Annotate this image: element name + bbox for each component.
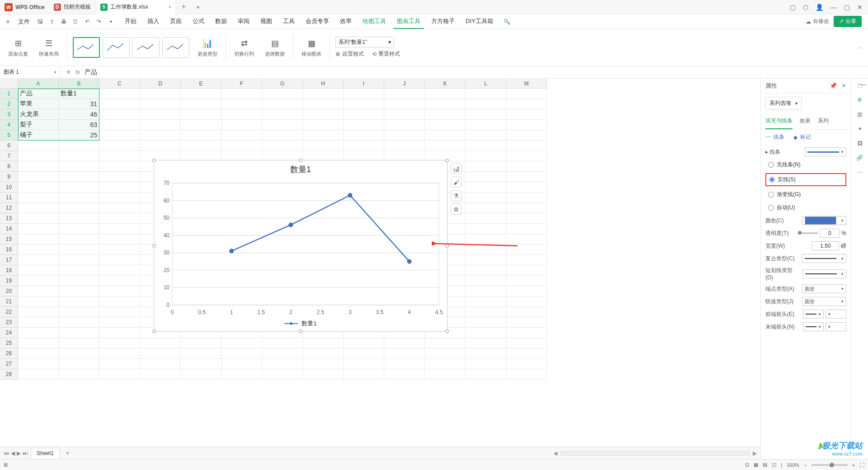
row-header[interactable]: 23 <box>0 317 18 328</box>
cell[interactable] <box>99 307 140 317</box>
cell[interactable] <box>99 161 140 172</box>
cell[interactable] <box>59 203 99 213</box>
ribbon-tab[interactable]: 数据 <box>212 14 231 29</box>
row-header[interactable]: 15 <box>0 234 18 244</box>
cell[interactable] <box>222 120 262 130</box>
cell[interactable] <box>466 286 506 296</box>
ribbon-tab[interactable]: 会员专享 <box>302 14 333 29</box>
cell[interactable] <box>303 89 344 99</box>
ribbon-tab[interactable]: 视图 <box>257 14 276 29</box>
cell[interactable] <box>262 109 303 120</box>
cell[interactable] <box>425 359 466 369</box>
cell[interactable] <box>59 328 99 338</box>
cell[interactable]: 产品 <box>18 89 59 99</box>
avatar-icon[interactable]: 👤 <box>816 4 823 11</box>
row-header[interactable]: 8 <box>0 161 18 172</box>
panel-series-dropdown[interactable]: 系列选项▾ <box>765 97 802 110</box>
cell[interactable] <box>466 234 506 244</box>
cell[interactable]: 火龙果 <box>18 109 59 120</box>
cell[interactable] <box>303 130 344 141</box>
arrow-end-type[interactable]: ▾ <box>803 322 824 331</box>
cell[interactable] <box>466 224 506 234</box>
side-effects-icon[interactable]: ✦ <box>858 126 862 132</box>
cell[interactable] <box>99 348 140 359</box>
cell[interactable] <box>384 89 425 99</box>
zoom-in-button[interactable]: + <box>852 462 855 468</box>
cell[interactable] <box>59 286 99 296</box>
row-header[interactable]: 17 <box>0 255 18 265</box>
cell[interactable] <box>506 109 547 120</box>
column-header[interactable]: B <box>59 79 99 89</box>
side-image-icon[interactable]: 🖼 <box>857 140 863 146</box>
cell[interactable] <box>425 99 466 109</box>
doc-tab-active[interactable]: S 工作簿数量.xlsx • <box>96 0 176 14</box>
cell[interactable] <box>59 348 99 359</box>
cell[interactable] <box>18 161 59 172</box>
cell[interactable] <box>18 203 59 213</box>
width-input[interactable]: 1.50 <box>812 241 839 250</box>
sheet-nav-next[interactable]: ▶ <box>17 450 21 456</box>
cell[interactable] <box>344 348 384 359</box>
panel-collapse-icon[interactable]: — <box>859 80 866 89</box>
row-header[interactable]: 28 <box>0 369 18 380</box>
cell[interactable] <box>466 141 506 151</box>
cell[interactable] <box>222 348 262 359</box>
view-icon[interactable]: ⊡ <box>745 462 749 468</box>
cell[interactable] <box>384 99 425 109</box>
cell[interactable] <box>344 89 384 99</box>
file-menu[interactable]: 文件 <box>14 18 33 26</box>
cell[interactable] <box>59 224 99 234</box>
cell[interactable] <box>466 348 506 359</box>
cell[interactable] <box>425 109 466 120</box>
cell[interactable] <box>303 99 344 109</box>
sheet-nav-first[interactable]: ⏮ <box>4 450 9 456</box>
cell[interactable] <box>506 172 547 182</box>
cell[interactable] <box>99 276 140 286</box>
cell[interactable] <box>466 328 506 338</box>
cell[interactable] <box>506 89 547 99</box>
cell[interactable] <box>99 359 140 369</box>
new-tab-button[interactable]: + <box>176 2 192 12</box>
cell[interactable] <box>99 151 140 161</box>
cell[interactable] <box>59 141 99 151</box>
cell[interactable] <box>99 193 140 203</box>
cell[interactable] <box>344 369 384 380</box>
cell[interactable] <box>466 307 506 317</box>
fullscreen-icon[interactable]: ⛶ <box>859 462 864 468</box>
cell[interactable] <box>181 120 222 130</box>
cell[interactable] <box>506 224 547 234</box>
ribbon-tab[interactable]: 工具 <box>279 14 298 29</box>
cell[interactable] <box>466 89 506 99</box>
cell[interactable] <box>466 182 506 193</box>
cell[interactable] <box>384 338 425 348</box>
panel-tab-series[interactable]: 系列 <box>818 113 829 129</box>
row-header[interactable]: 7 <box>0 151 18 161</box>
cell[interactable] <box>181 369 222 380</box>
side-layers-icon[interactable]: ▥ <box>857 111 862 118</box>
cell[interactable] <box>506 141 547 151</box>
cell[interactable] <box>99 265 140 276</box>
cell[interactable] <box>466 203 506 213</box>
column-header[interactable]: E <box>181 79 222 89</box>
cell[interactable] <box>181 348 222 359</box>
cell[interactable]: 63 <box>59 120 99 130</box>
chart-elements-button[interactable]: 📊 <box>451 163 462 174</box>
cell[interactable] <box>181 130 222 141</box>
row-header[interactable]: 4 <box>0 120 18 130</box>
minimize-button[interactable]: — <box>830 4 837 11</box>
panel-tab-effects[interactable]: 效果 <box>800 113 811 129</box>
dash-select[interactable]: ▾ <box>802 269 846 278</box>
fx-cancel-icon[interactable]: ✕ <box>66 69 71 75</box>
doc-tab-template[interactable]: D 找稻壳模板 <box>49 0 96 14</box>
row-header[interactable]: 14 <box>0 224 18 234</box>
column-header[interactable]: J <box>384 79 425 89</box>
cell[interactable] <box>506 317 547 328</box>
close-button[interactable]: ✕ <box>857 4 863 11</box>
cell[interactable] <box>262 369 303 380</box>
compound-select[interactable]: ▾ <box>802 254 846 263</box>
cell[interactable] <box>425 369 466 380</box>
cell[interactable] <box>466 120 506 130</box>
cell[interactable] <box>99 369 140 380</box>
column-header[interactable]: F <box>222 79 262 89</box>
cell[interactable] <box>466 130 506 141</box>
